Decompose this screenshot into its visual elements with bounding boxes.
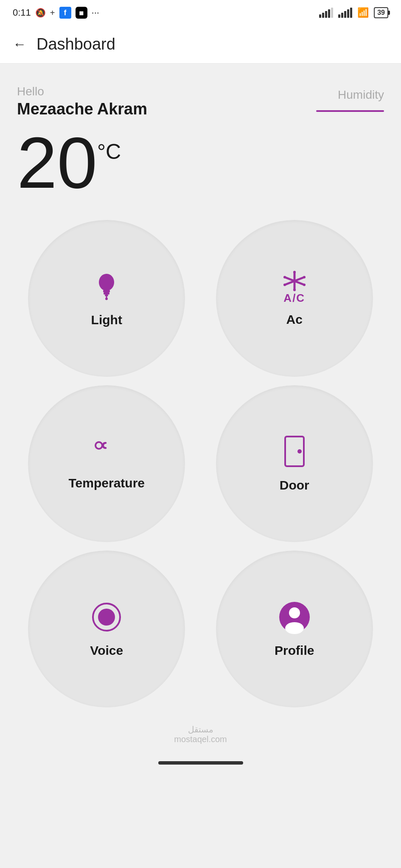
ac-icon: A/C bbox=[280, 270, 309, 305]
svg-point-10 bbox=[293, 289, 296, 291]
svg-rect-2 bbox=[104, 292, 109, 295]
temperature-card[interactable]: Temperature bbox=[28, 385, 185, 542]
voice-card-wrapper: Voice bbox=[17, 551, 196, 707]
humidity-label: Humidity bbox=[316, 88, 384, 102]
ac-card[interactable]: A/C Ac bbox=[216, 220, 373, 377]
profile-card[interactable]: Profile bbox=[216, 551, 373, 707]
door-label: Door bbox=[280, 478, 309, 492]
app-icon: ◼ bbox=[76, 7, 87, 19]
svg-point-11 bbox=[283, 276, 286, 278]
fb-icon: f bbox=[59, 7, 71, 19]
svg-point-9 bbox=[293, 271, 296, 273]
hello-label: Hello bbox=[17, 85, 147, 98]
voice-card[interactable]: Voice bbox=[28, 551, 185, 707]
svg-point-14 bbox=[283, 284, 286, 286]
humidity-line bbox=[316, 110, 384, 112]
time-display: 0:11 bbox=[13, 7, 31, 18]
ac-text-label: A/C bbox=[283, 292, 305, 305]
voice-icon bbox=[90, 600, 123, 636]
user-name: Mezaache Akram bbox=[17, 100, 147, 118]
back-button[interactable]: ← bbox=[13, 36, 26, 52]
signal-bars-2 bbox=[338, 8, 352, 18]
greeting-left: Hello Mezaache Akram bbox=[17, 85, 147, 118]
status-bar: 0:11 🔕 + f ◼ ··· 📶 39 bbox=[0, 0, 401, 25]
voice-label: Voice bbox=[90, 643, 123, 658]
status-right: 📶 39 bbox=[319, 7, 388, 18]
humidity-section: Humidity bbox=[316, 88, 384, 112]
ac-card-wrapper: A/C Ac bbox=[205, 220, 384, 377]
temperature-label: Temperature bbox=[68, 476, 145, 490]
bluetooth-icon: + bbox=[50, 8, 55, 18]
battery-indicator: 39 bbox=[374, 7, 388, 18]
svg-point-13 bbox=[303, 276, 306, 278]
svg-point-22 bbox=[285, 622, 304, 634]
status-time: 0:11 🔕 + f ◼ ··· bbox=[13, 7, 99, 19]
temperature-value: 20 bbox=[17, 127, 97, 199]
light-card[interactable]: Light bbox=[28, 220, 185, 377]
watermark: مستقل mostaqel.com bbox=[17, 724, 384, 753]
svg-point-19 bbox=[98, 609, 115, 626]
watermark-text: مستقل bbox=[17, 724, 384, 734]
svg-point-0 bbox=[99, 274, 114, 291]
temperature-card-wrapper: Temperature bbox=[17, 385, 196, 542]
header: ← Dashboard bbox=[0, 25, 401, 64]
dots-icon: ··· bbox=[92, 7, 99, 18]
svg-point-5 bbox=[105, 298, 108, 300]
home-indicator bbox=[158, 761, 243, 765]
svg-point-17 bbox=[297, 449, 302, 453]
door-card[interactable]: Door bbox=[216, 385, 373, 542]
door-card-wrapper: Door bbox=[205, 385, 384, 542]
ac-label: Ac bbox=[286, 312, 303, 327]
page-title: Dashboard bbox=[36, 35, 115, 53]
light-bulb-icon bbox=[90, 270, 123, 305]
profile-card-wrapper: Profile bbox=[205, 551, 384, 707]
svg-rect-1 bbox=[103, 290, 110, 292]
greeting-section: Hello Mezaache Akram Humidity bbox=[17, 85, 384, 118]
device-grid: Light bbox=[17, 220, 384, 707]
temperature-icon bbox=[90, 437, 123, 468]
temperature-unit: °C bbox=[97, 139, 121, 164]
profile-label: Profile bbox=[275, 643, 314, 658]
svg-point-21 bbox=[289, 607, 300, 618]
profile-icon bbox=[278, 600, 311, 636]
light-label: Light bbox=[91, 313, 122, 327]
svg-point-15 bbox=[95, 442, 102, 449]
temperature-display: 20 °C bbox=[17, 127, 384, 199]
signal-bars-1 bbox=[319, 8, 333, 18]
watermark-url: mostaqel.com bbox=[17, 734, 384, 744]
mute-icon: 🔕 bbox=[35, 8, 46, 18]
main-content: Hello Mezaache Akram Humidity 20 °C bbox=[0, 64, 401, 868]
light-card-wrapper: Light bbox=[17, 220, 196, 377]
wifi-icon: 📶 bbox=[357, 7, 369, 18]
door-icon bbox=[282, 435, 307, 470]
svg-point-12 bbox=[303, 284, 306, 286]
